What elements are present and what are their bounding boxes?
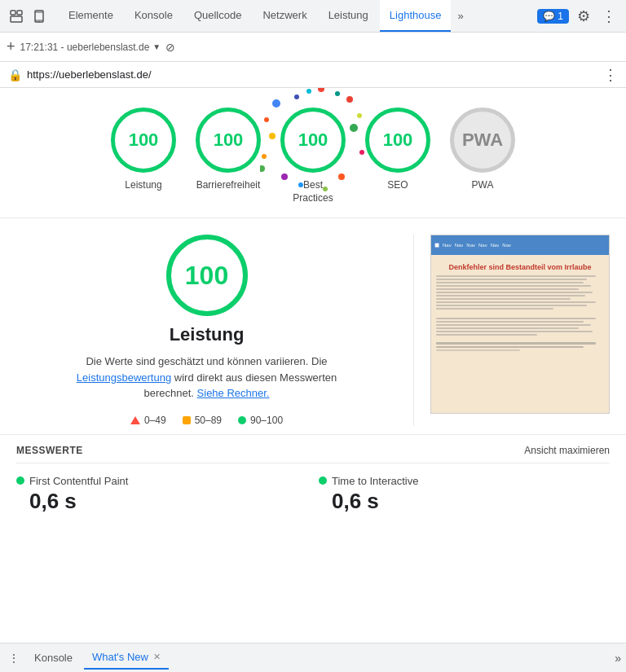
preview-nav-1: Nav xyxy=(443,243,452,248)
website-preview: ◼ Nav Nav Nav Nav Nav Nav Denkfehler sin… xyxy=(430,235,610,414)
tab-leistung[interactable]: Leistung xyxy=(319,0,378,32)
preview-text-line-16 xyxy=(436,331,593,332)
tab-info: 17:21:31 - ueberlebenslast.de ▼ xyxy=(20,42,161,53)
more-tabs-icon[interactable]: » xyxy=(452,10,468,22)
svg-rect-0 xyxy=(11,11,15,15)
score-circle-seo: 100 xyxy=(365,108,430,173)
svg-point-7 xyxy=(272,99,280,108)
preview-nav-6: Nav xyxy=(502,243,511,248)
legend-range-red: 0–49 xyxy=(144,415,166,426)
preview-text-line-19 xyxy=(436,346,584,348)
badge-icon: 💬 xyxy=(543,11,555,22)
score-item-seo[interactable]: 100 SEO xyxy=(365,108,430,192)
score-circle-barrierefreiheit: 100 xyxy=(196,108,261,173)
detail-score-circle: 100 xyxy=(166,235,248,316)
preview-body: Denkfehler sind Bestandteil vom Irrlaube xyxy=(431,255,609,413)
add-tab-button[interactable]: + xyxy=(7,38,15,55)
more-options-icon[interactable]: ⋮ xyxy=(598,6,619,27)
preview-text-line-7 xyxy=(436,295,585,296)
device-icon[interactable] xyxy=(29,7,49,26)
preview-nav-4: Nav xyxy=(478,243,487,248)
inspect-icon[interactable] xyxy=(7,7,26,26)
badge-count: 1 xyxy=(558,11,563,22)
legend-range-orange: 50–89 xyxy=(195,415,222,426)
url-display: https://ueberlebenslast.de/ xyxy=(27,68,598,81)
score-circle-leistung: 100 xyxy=(111,108,176,173)
preview-text-line-1 xyxy=(436,275,596,277)
metric-fcp: First Contentful Paint 0,6 s xyxy=(16,475,307,514)
bottom-tab-close-icon[interactable]: ✕ xyxy=(153,652,161,662)
score-item-leistung[interactable]: 100 Leistung xyxy=(111,108,176,192)
bottom-tab-bar: ⋮ Konsole What's New ✕ » xyxy=(0,643,626,672)
tab-timestamp: 17:21:31 - ueberlebenslast.de xyxy=(20,42,150,53)
bottom-tab-konsole-label: Konsole xyxy=(34,652,73,664)
preview-article-title: Denkfehler sind Bestandteil vom Irrlaube xyxy=(436,263,604,272)
score-item-pwa[interactable]: PWA PWA xyxy=(450,108,515,192)
legend-dot-icon xyxy=(238,416,246,424)
svg-point-11 xyxy=(281,173,288,180)
url-more-icon[interactable]: ⋮ xyxy=(603,66,618,84)
svg-point-6 xyxy=(38,20,40,22)
ansicht-maximieren-button[interactable]: Ansicht maximieren xyxy=(524,445,610,456)
legend-range-green: 90–100 xyxy=(250,415,283,426)
devtools-icons-left xyxy=(7,7,49,26)
svg-point-15 xyxy=(262,154,267,159)
bottom-tab-konsole[interactable]: Konsole xyxy=(26,647,81,670)
svg-point-21 xyxy=(318,88,324,92)
score-value-seo: 100 xyxy=(383,130,413,151)
detail-right: ◼ Nav Nav Nav Nav Nav Nav Denkfehler sin… xyxy=(430,235,610,426)
preview-nav-3: Nav xyxy=(466,243,475,248)
preview-text-line-15 xyxy=(436,327,579,329)
feedback-badge[interactable]: 💬 1 xyxy=(537,9,569,24)
tab-dropdown-icon[interactable]: ▼ xyxy=(152,42,161,51)
detail-left: 100 Leistung Die Werte sind geschätzt un… xyxy=(16,235,397,426)
detail-description: Die Werte sind geschätzt und können vari… xyxy=(77,354,337,402)
preview-header: ◼ Nav Nav Nav Nav Nav Nav xyxy=(431,235,609,255)
messwerte-title: MESSWERTE xyxy=(16,445,83,456)
preview-text-line-4 xyxy=(436,285,591,287)
preview-text-line-3 xyxy=(436,282,584,283)
svg-rect-2 xyxy=(11,16,22,22)
metric-fcp-label-row: First Contentful Paint xyxy=(16,475,307,487)
preview-text-line-10 xyxy=(436,305,587,306)
no-cache-icon[interactable]: ⊘ xyxy=(165,41,175,54)
preview-spacer xyxy=(436,311,604,316)
preview-text-line-6 xyxy=(436,292,593,293)
tab-konsole[interactable]: Konsole xyxy=(125,0,183,32)
score-label-best-practices: BestPractices xyxy=(293,179,333,204)
devtools-right: 💬 1 ⚙ ⋮ xyxy=(537,6,619,27)
score-circle-pwa: PWA xyxy=(450,108,515,173)
preview-text-line-2 xyxy=(436,279,587,280)
metric-tti-value: 0,6 s xyxy=(319,489,610,514)
score-label-barrierefreiheit: Barrierefreiheit xyxy=(196,179,261,192)
preview-text-line-11 xyxy=(436,308,553,310)
address-bar: + 17:21:31 - ueberlebenslast.de ▼ ⊘ xyxy=(0,33,626,62)
metric-fcp-dot xyxy=(16,477,24,485)
score-label-pwa: PWA xyxy=(472,179,494,192)
bottom-tab-whats-new[interactable]: What's New ✕ xyxy=(84,647,169,670)
score-item-best-practices[interactable]: 100 BestPractices xyxy=(280,108,346,204)
score-label-seo: SEO xyxy=(387,179,408,192)
tab-netzwerk[interactable]: Netzwerk xyxy=(253,0,316,32)
detail-title: Leistung xyxy=(170,324,245,345)
preview-text-line-18 xyxy=(436,342,596,345)
nav-tabs: Elemente Konsole Quellcode Netzwerk Leis… xyxy=(59,0,534,32)
score-item-barrierefreiheit[interactable]: 100 Barrierefreiheit xyxy=(196,108,261,192)
preview-text-line-9 xyxy=(436,301,596,303)
preview-text-line-17 xyxy=(436,334,537,336)
messwerte-section: MESSWERTE Ansicht maximieren First Conte… xyxy=(0,435,626,524)
score-label-leistung: Leistung xyxy=(125,179,161,192)
tab-quellcode[interactable]: Quellcode xyxy=(184,0,252,32)
tab-elemente[interactable]: Elemente xyxy=(59,0,123,32)
lock-icon: 🔒 xyxy=(8,68,22,81)
preview-text-line-20 xyxy=(436,349,520,351)
tab-lighthouse[interactable]: Lighthouse xyxy=(380,0,452,32)
settings-icon[interactable]: ⚙ xyxy=(574,6,593,27)
devtools-topbar: Elemente Konsole Quellcode Netzwerk Leis… xyxy=(0,0,626,33)
svg-point-17 xyxy=(294,94,299,99)
leistungsbewertung-link[interactable]: Leistungsbewertung xyxy=(77,371,171,384)
bottom-tab-more-icon[interactable]: » xyxy=(615,652,621,665)
svg-point-10 xyxy=(350,124,358,132)
rechner-link[interactable]: Siehe Rechner. xyxy=(197,387,270,399)
preview-logo: ◼ xyxy=(434,242,439,248)
